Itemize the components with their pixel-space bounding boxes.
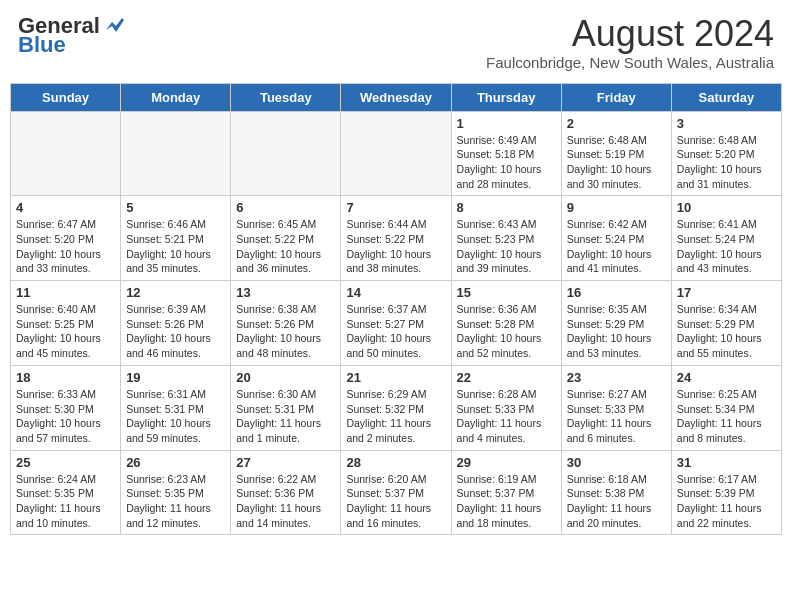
calendar-empty-cell <box>231 111 341 196</box>
calendar-day-30: 30Sunrise: 6:18 AM Sunset: 5:38 PM Dayli… <box>561 450 671 535</box>
day-info: Sunrise: 6:43 AM Sunset: 5:23 PM Dayligh… <box>457 217 556 276</box>
day-number: 5 <box>126 200 225 215</box>
calendar-day-26: 26Sunrise: 6:23 AM Sunset: 5:35 PM Dayli… <box>121 450 231 535</box>
day-number: 28 <box>346 455 445 470</box>
calendar-day-31: 31Sunrise: 6:17 AM Sunset: 5:39 PM Dayli… <box>671 450 781 535</box>
calendar-day-21: 21Sunrise: 6:29 AM Sunset: 5:32 PM Dayli… <box>341 365 451 450</box>
weekday-header-wednesday: Wednesday <box>341 83 451 111</box>
calendar-week-3: 11Sunrise: 6:40 AM Sunset: 5:25 PM Dayli… <box>11 281 782 366</box>
day-info: Sunrise: 6:47 AM Sunset: 5:20 PM Dayligh… <box>16 217 115 276</box>
day-number: 24 <box>677 370 776 385</box>
logo-blue-text: Blue <box>18 34 66 56</box>
calendar-week-2: 4Sunrise: 6:47 AM Sunset: 5:20 PM Daylig… <box>11 196 782 281</box>
weekday-header-tuesday: Tuesday <box>231 83 341 111</box>
day-number: 21 <box>346 370 445 385</box>
title-section: August 2024 Faulconbridge, New South Wal… <box>486 14 774 71</box>
day-info: Sunrise: 6:46 AM Sunset: 5:21 PM Dayligh… <box>126 217 225 276</box>
calendar-empty-cell <box>11 111 121 196</box>
day-info: Sunrise: 6:30 AM Sunset: 5:31 PM Dayligh… <box>236 387 335 446</box>
calendar-week-1: 1Sunrise: 6:49 AM Sunset: 5:18 PM Daylig… <box>11 111 782 196</box>
day-number: 3 <box>677 116 776 131</box>
day-number: 10 <box>677 200 776 215</box>
page-header: General Blue August 2024 Faulconbridge, … <box>10 10 782 75</box>
day-info: Sunrise: 6:48 AM Sunset: 5:19 PM Dayligh… <box>567 133 666 192</box>
day-info: Sunrise: 6:44 AM Sunset: 5:22 PM Dayligh… <box>346 217 445 276</box>
calendar-week-4: 18Sunrise: 6:33 AM Sunset: 5:30 PM Dayli… <box>11 365 782 450</box>
day-info: Sunrise: 6:28 AM Sunset: 5:33 PM Dayligh… <box>457 387 556 446</box>
calendar-day-12: 12Sunrise: 6:39 AM Sunset: 5:26 PM Dayli… <box>121 281 231 366</box>
day-number: 7 <box>346 200 445 215</box>
logo-bird-icon <box>102 14 124 36</box>
month-year-title: August 2024 <box>486 14 774 54</box>
calendar-day-15: 15Sunrise: 6:36 AM Sunset: 5:28 PM Dayli… <box>451 281 561 366</box>
calendar-day-22: 22Sunrise: 6:28 AM Sunset: 5:33 PM Dayli… <box>451 365 561 450</box>
calendar-day-2: 2Sunrise: 6:48 AM Sunset: 5:19 PM Daylig… <box>561 111 671 196</box>
day-number: 14 <box>346 285 445 300</box>
day-info: Sunrise: 6:25 AM Sunset: 5:34 PM Dayligh… <box>677 387 776 446</box>
day-number: 23 <box>567 370 666 385</box>
calendar-day-7: 7Sunrise: 6:44 AM Sunset: 5:22 PM Daylig… <box>341 196 451 281</box>
day-info: Sunrise: 6:17 AM Sunset: 5:39 PM Dayligh… <box>677 472 776 531</box>
day-info: Sunrise: 6:48 AM Sunset: 5:20 PM Dayligh… <box>677 133 776 192</box>
day-info: Sunrise: 6:36 AM Sunset: 5:28 PM Dayligh… <box>457 302 556 361</box>
day-number: 16 <box>567 285 666 300</box>
day-info: Sunrise: 6:42 AM Sunset: 5:24 PM Dayligh… <box>567 217 666 276</box>
weekday-header-sunday: Sunday <box>11 83 121 111</box>
calendar-day-1: 1Sunrise: 6:49 AM Sunset: 5:18 PM Daylig… <box>451 111 561 196</box>
calendar-day-29: 29Sunrise: 6:19 AM Sunset: 5:37 PM Dayli… <box>451 450 561 535</box>
calendar-table: SundayMondayTuesdayWednesdayThursdayFrid… <box>10 83 782 536</box>
calendar-day-24: 24Sunrise: 6:25 AM Sunset: 5:34 PM Dayli… <box>671 365 781 450</box>
calendar-header-row: SundayMondayTuesdayWednesdayThursdayFrid… <box>11 83 782 111</box>
day-info: Sunrise: 6:39 AM Sunset: 5:26 PM Dayligh… <box>126 302 225 361</box>
day-info: Sunrise: 6:29 AM Sunset: 5:32 PM Dayligh… <box>346 387 445 446</box>
day-info: Sunrise: 6:19 AM Sunset: 5:37 PM Dayligh… <box>457 472 556 531</box>
day-number: 22 <box>457 370 556 385</box>
svg-marker-0 <box>106 18 124 32</box>
calendar-day-18: 18Sunrise: 6:33 AM Sunset: 5:30 PM Dayli… <box>11 365 121 450</box>
calendar-empty-cell <box>121 111 231 196</box>
day-info: Sunrise: 6:22 AM Sunset: 5:36 PM Dayligh… <box>236 472 335 531</box>
calendar-day-13: 13Sunrise: 6:38 AM Sunset: 5:26 PM Dayli… <box>231 281 341 366</box>
day-info: Sunrise: 6:38 AM Sunset: 5:26 PM Dayligh… <box>236 302 335 361</box>
day-number: 29 <box>457 455 556 470</box>
day-number: 13 <box>236 285 335 300</box>
day-number: 17 <box>677 285 776 300</box>
day-info: Sunrise: 6:45 AM Sunset: 5:22 PM Dayligh… <box>236 217 335 276</box>
day-number: 26 <box>126 455 225 470</box>
day-info: Sunrise: 6:18 AM Sunset: 5:38 PM Dayligh… <box>567 472 666 531</box>
calendar-day-5: 5Sunrise: 6:46 AM Sunset: 5:21 PM Daylig… <box>121 196 231 281</box>
day-number: 20 <box>236 370 335 385</box>
calendar-day-28: 28Sunrise: 6:20 AM Sunset: 5:37 PM Dayli… <box>341 450 451 535</box>
calendar-day-9: 9Sunrise: 6:42 AM Sunset: 5:24 PM Daylig… <box>561 196 671 281</box>
day-info: Sunrise: 6:23 AM Sunset: 5:35 PM Dayligh… <box>126 472 225 531</box>
day-number: 11 <box>16 285 115 300</box>
day-number: 1 <box>457 116 556 131</box>
weekday-header-thursday: Thursday <box>451 83 561 111</box>
day-number: 19 <box>126 370 225 385</box>
weekday-header-monday: Monday <box>121 83 231 111</box>
day-number: 12 <box>126 285 225 300</box>
calendar-day-19: 19Sunrise: 6:31 AM Sunset: 5:31 PM Dayli… <box>121 365 231 450</box>
calendar-day-14: 14Sunrise: 6:37 AM Sunset: 5:27 PM Dayli… <box>341 281 451 366</box>
location-subtitle: Faulconbridge, New South Wales, Australi… <box>486 54 774 71</box>
calendar-day-25: 25Sunrise: 6:24 AM Sunset: 5:35 PM Dayli… <box>11 450 121 535</box>
day-number: 31 <box>677 455 776 470</box>
calendar-day-10: 10Sunrise: 6:41 AM Sunset: 5:24 PM Dayli… <box>671 196 781 281</box>
day-info: Sunrise: 6:40 AM Sunset: 5:25 PM Dayligh… <box>16 302 115 361</box>
weekday-header-friday: Friday <box>561 83 671 111</box>
calendar-day-6: 6Sunrise: 6:45 AM Sunset: 5:22 PM Daylig… <box>231 196 341 281</box>
calendar-empty-cell <box>341 111 451 196</box>
day-number: 18 <box>16 370 115 385</box>
day-number: 4 <box>16 200 115 215</box>
day-number: 6 <box>236 200 335 215</box>
calendar-day-3: 3Sunrise: 6:48 AM Sunset: 5:20 PM Daylig… <box>671 111 781 196</box>
day-number: 9 <box>567 200 666 215</box>
day-info: Sunrise: 6:24 AM Sunset: 5:35 PM Dayligh… <box>16 472 115 531</box>
day-info: Sunrise: 6:41 AM Sunset: 5:24 PM Dayligh… <box>677 217 776 276</box>
day-info: Sunrise: 6:20 AM Sunset: 5:37 PM Dayligh… <box>346 472 445 531</box>
calendar-day-17: 17Sunrise: 6:34 AM Sunset: 5:29 PM Dayli… <box>671 281 781 366</box>
day-info: Sunrise: 6:27 AM Sunset: 5:33 PM Dayligh… <box>567 387 666 446</box>
weekday-header-saturday: Saturday <box>671 83 781 111</box>
day-info: Sunrise: 6:35 AM Sunset: 5:29 PM Dayligh… <box>567 302 666 361</box>
day-number: 8 <box>457 200 556 215</box>
